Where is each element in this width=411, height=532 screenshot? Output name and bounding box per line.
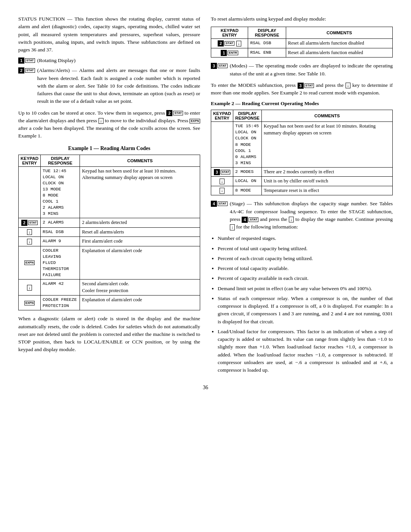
key-stat: STAT <box>28 220 38 225</box>
keypad-cell: ↓ <box>211 186 233 195</box>
keypad-cell: 2STAT ↓ <box>211 39 248 48</box>
keypad-cell: ↓ <box>19 280 41 296</box>
example1-table: KEYPADENTRY DISPLAYRESPONSE COMMENTS TUE… <box>18 155 200 311</box>
keypad-cell: 1ENTR <box>211 48 248 58</box>
keypad-cell: 3STAT <box>211 167 233 177</box>
bullet-item: Percent of each circuit capacity being u… <box>218 255 393 262</box>
comments-cell: Explanation of alarm/alert code <box>80 296 200 310</box>
alarms-para: (Alarms/Alerts) — Alarms and alerts are … <box>37 67 200 105</box>
key-stat-stage2: STAT <box>249 217 258 222</box>
arrow-key-1: ↓ <box>99 118 104 124</box>
comments-cell: There are 2 modes currently in effect <box>262 167 393 177</box>
key-stat-2: STAT <box>25 68 35 73</box>
rotating-display-label: (Rotating Display) <box>37 58 76 64</box>
example2-title: Example 2 — Reading Current Operating Mo… <box>211 101 393 107</box>
keypad-cell <box>19 166 41 218</box>
table-row: ↓ LOCAL ON Unit is on by chiller on/off … <box>211 177 393 186</box>
col-comments-e2: COMMENTS <box>262 110 393 122</box>
key-4-stat-inline: 4STAT <box>242 217 258 223</box>
status-function-para: STATUS FUNCTION — This function shows th… <box>18 15 200 54</box>
bullet-item: Percent of capacity available in each ci… <box>218 275 393 282</box>
col-comments-r: COMMENTS <box>286 27 392 39</box>
keypad-cell: ↓ <box>19 227 41 237</box>
bullet-item: Number of requested stages. <box>218 235 393 242</box>
comments-cell: First alarm/alert code <box>80 237 200 246</box>
key-4-stat-stage: 4STAT <box>211 201 228 207</box>
table-row: 1ENTR RSAL ENB Reset all alarms/alerts f… <box>211 48 393 58</box>
key-stat-label: STAT <box>25 58 35 63</box>
display-cell: LOCAL ON <box>233 177 262 186</box>
key-num: 2 <box>21 220 27 226</box>
display-cell: ALARM 9 <box>41 237 80 246</box>
keypad-cell: ↓ <box>211 177 233 186</box>
example2-table: KEYPADENTRY DISPLAYRESPONSE COMMENTS TUE… <box>211 110 393 195</box>
arrow-key: ↓ <box>236 41 242 46</box>
key-2-stat-row: 2STAT <box>21 220 38 226</box>
key-num: 2 <box>218 40 224 46</box>
key-stat: STAT <box>221 170 231 174</box>
comments-cell: Explanation of alarm/alert code <box>80 246 200 279</box>
display-cell: 8 MODE <box>233 186 262 195</box>
table-row: ↓ ALARM 9 First alarm/alert code <box>19 237 200 246</box>
key-3-num: 3 <box>211 63 217 69</box>
arrow-key: ↓ <box>27 229 32 235</box>
example1-title: Example 1 — Reading Alarm Codes <box>18 145 200 152</box>
keypad-cell: EXPN <box>19 296 41 310</box>
arrow-key: ↓ <box>220 179 225 184</box>
rotating-display-line: 1STAT (Rotating Display) <box>18 58 200 64</box>
keypad-cell <box>211 122 233 168</box>
key-3-stat-modes: 3STAT <box>211 63 228 69</box>
expn-key: EXPN <box>24 260 35 265</box>
key-entr: ENTR <box>228 51 238 55</box>
keypad-cell: EXPN <box>19 246 41 279</box>
reset-table: KEYPADENTRY DISPLAYRESPONSE COMMENTS 2ST… <box>211 27 393 58</box>
table-row: EXPN COOLER LEAVING FLUID THERMISTOR FAI… <box>19 246 200 279</box>
arrow-key: ↓ <box>27 285 32 291</box>
display-cell: 2 MODES <box>233 167 262 177</box>
reset-alarms-para: To reset alarms/alerts using keypad and … <box>211 15 393 23</box>
diagnostic-para: When a diagnostic (alarm or alert) code … <box>18 315 200 353</box>
arrow-key: ↓ <box>27 239 32 244</box>
key-2-stat-inline: 2STAT <box>166 110 183 116</box>
table-row: EXPN COOLER FREEZE PROTECTION Explanatio… <box>19 296 200 310</box>
table-row: ↓ RSAL DSB Reset all alarms/alerts <box>19 227 200 237</box>
col-keypad-entry-r: KEYPADENTRY <box>211 27 248 39</box>
comments-cell: Reset all alarms/alerts <box>80 227 200 237</box>
key-2-num: 2 <box>18 67 24 73</box>
comments-cell: Temperature reset is in effect <box>262 186 393 195</box>
modes-para: (Modes) — The operating mode codes are d… <box>230 62 393 78</box>
key-stat-r2: STAT <box>304 83 314 88</box>
col-keypad-entry-e2: KEYPADENTRY <box>211 110 233 122</box>
bullet-item: Percent of total unit capacity being uti… <box>218 245 393 252</box>
right-column: To reset alarms/alerts using keypad and … <box>211 15 393 377</box>
arrow-key-stage: ↓ <box>289 217 294 222</box>
display-cell: COOLER FREEZE PROTECTION <box>41 296 80 310</box>
comments-cell: Unit is on by chiller on/off switch <box>262 177 393 186</box>
key-stat: STAT <box>225 41 234 46</box>
expn-key-inline: EXPN <box>190 119 200 123</box>
left-column: STATUS FUNCTION — This function shows th… <box>18 15 200 377</box>
key-4-inline: 4 <box>242 217 248 223</box>
comments-cell: Second alarm/alert code.Cooler freeze pr… <box>80 280 200 296</box>
key-3-stat-e2: 3STAT <box>214 169 231 175</box>
bullet-item: Load/Unload factor for compressors. This… <box>218 328 393 374</box>
display-cell: TUE 15:45 LOCAL ON CLOCK ON 8 MODE COOL … <box>233 122 262 168</box>
arrow-key-modes: ↓ <box>346 83 351 88</box>
display-cell: 2 ALARMS <box>41 218 80 228</box>
display-cell: RSAL ENB <box>248 48 286 58</box>
table-row: 3STAT 2 MODES There are 2 modes currentl… <box>211 167 393 177</box>
table-row: 2STAT ↓ RSAL DSB Reset all alarms/alerts… <box>211 39 393 48</box>
table-row: TUE 15:45 LOCAL ON CLOCK ON 8 MODE COOL … <box>211 122 393 168</box>
col-display-response-e2: DISPLAYRESPONSE <box>233 110 262 122</box>
key-4-num: 4 <box>211 201 217 207</box>
modes-para2: To enter the MODES subfunction, press 3S… <box>211 81 393 97</box>
key-2-stat-alarms: 2STAT <box>18 67 35 73</box>
key-1-num: 1 <box>18 58 24 64</box>
col-comments-1: COMMENTS <box>80 155 200 166</box>
stage-bullets: Number of requested stages. Percent of t… <box>218 235 393 374</box>
key-stat-4: STAT <box>218 201 228 206</box>
key-num: 3 <box>214 169 220 175</box>
key-num: 1 <box>221 50 227 56</box>
bullet-item: Status of each compressor relay. When a … <box>218 295 393 326</box>
display-cell: RSAL DSB <box>248 39 286 48</box>
